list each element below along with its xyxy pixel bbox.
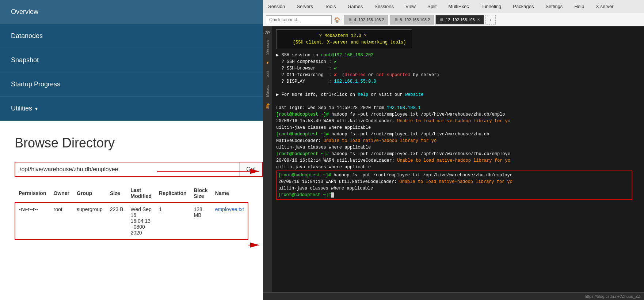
welcome-line-2: (SSH client, X-server and networking too…: [282, 39, 406, 46]
side-panel: ≫ Sessions ★ Tools Macros Sftp: [263, 26, 272, 292]
term-line: [root@hadooptest ~]# hadoop fs -put /roo…: [276, 111, 640, 118]
sftp-side-item[interactable]: Sftp: [265, 101, 270, 111]
term-line: [root@hadooptest ~]# hadoop fs -put /roo…: [276, 131, 640, 138]
term-line: [root@hadooptest ~]#: [278, 192, 630, 198]
menu-multiexec[interactable]: MultiExec: [446, 2, 471, 11]
right-panel: Session Servers Tools Games Sessions Vie…: [263, 0, 644, 300]
term-line: NativeCodeLoader: Unable to load native-…: [276, 138, 640, 144]
cell-block-size: 128MB: [190, 202, 212, 240]
sidebar-item-utilities[interactable]: Utilities ▾: [0, 97, 263, 121]
cell-last-modified: Wed Sep 16 16:04:13 +0800 2020: [127, 202, 155, 240]
term-line: ? SSH compression : ✔: [276, 59, 640, 65]
table-row: -rw-r--r-- root supergroup 223 B Wed Sep…: [15, 202, 248, 240]
term-line: ▶ For more info, ctrl+click on help or v…: [276, 91, 640, 98]
term-line: 20/09/16 15:58:49 WARN util.NativeCodeLo…: [276, 118, 640, 124]
term-line: ? X11-forwarding : ✘ (disabled or not su…: [276, 72, 640, 78]
cell-replication: 1: [155, 202, 190, 240]
sidebar-item-startup-progress[interactable]: Startup Progress: [0, 72, 263, 97]
welcome-line-1: ? MobaXterm 12.3 ?: [282, 33, 406, 39]
sidebar-item-overview[interactable]: Overview: [0, 0, 263, 24]
file-link[interactable]: employee.txt: [215, 206, 244, 212]
terminal-area[interactable]: ? MobaXterm 12.3 ? (SSH client, X-server…: [272, 26, 644, 292]
tab-1[interactable]: 🖥 4. 192.168.198.2: [344, 15, 388, 25]
welcome-box: ? MobaXterm 12.3 ? (SSH client, X-server…: [276, 29, 412, 49]
sidebar: Overview Datanodes Snapshot Startup Prog…: [0, 0, 263, 121]
term-line: [276, 98, 640, 105]
menu-bar: Session Servers Tools Games Sessions Vie…: [263, 0, 644, 13]
close-icon[interactable]: ✕: [477, 18, 480, 22]
collapse-icon[interactable]: ≫: [264, 29, 271, 35]
go-button[interactable]: Go!: [239, 162, 262, 176]
sidebar-item-snapshot[interactable]: Snapshot: [0, 48, 263, 72]
menu-split[interactable]: Split: [425, 2, 439, 11]
col-name: Name: [212, 184, 248, 202]
sidebar-item-datanodes[interactable]: Datanodes: [0, 24, 263, 48]
tab-2[interactable]: 🖥 8. 192.168.198.2: [390, 15, 434, 25]
bottom-bar: https://blog.csdn.net/Zhuuu_ZZ: [263, 292, 644, 300]
tab-icon: 🖥: [439, 18, 443, 22]
term-line: [root@hadooptest ~]# hadoop fs -put /roo…: [276, 151, 640, 157]
home-icon[interactable]: 🏠: [334, 17, 340, 23]
cell-permission: -rw-r--r--: [15, 202, 50, 240]
terminal-highlight-box: [root@hadooptest ~]# hadoop fs -put /roo…: [276, 170, 632, 200]
menu-servers[interactable]: Servers: [294, 2, 315, 11]
tab-label: 8. 192.168.198.2: [400, 18, 430, 22]
tools-side-item[interactable]: Tools: [265, 69, 270, 80]
cell-name: employee.txt: [212, 202, 248, 240]
menu-xserver[interactable]: X server: [594, 2, 616, 11]
path-input[interactable]: [15, 162, 239, 176]
term-line: Last login: Wed Sep 16 14:59:28 2020 fro…: [276, 105, 640, 111]
tab-label: 4. 192.168.198.2: [354, 18, 384, 22]
left-panel: Overview Datanodes Snapshot Startup Prog…: [0, 0, 263, 300]
menu-tools[interactable]: Tools: [323, 2, 338, 11]
term-line: uiltin-java classes where applicable: [278, 185, 630, 192]
col-owner: Owner: [50, 184, 73, 202]
new-tab-button[interactable]: +: [485, 15, 496, 25]
col-size: Size: [106, 184, 127, 202]
menu-packages[interactable]: Packages: [511, 2, 536, 11]
menu-help[interactable]: Help: [572, 2, 586, 11]
sessions-side-item[interactable]: Sessions: [265, 38, 270, 56]
term-line: uiltin-java classes where applicable: [276, 164, 640, 170]
term-line: ▶ SSH session to root@192.168.198.202: [276, 52, 640, 59]
file-table: Permission Owner Group Size Last Modifie…: [15, 184, 248, 240]
menu-sessions[interactable]: Sessions: [372, 2, 396, 11]
term-line: 20/09/16 16:02:14 WARN util.NativeCodeLo…: [276, 157, 640, 164]
bottom-url: https://blog.csdn.net/Zhuuu_ZZ: [585, 294, 640, 299]
chevron-down-icon: ▾: [35, 106, 38, 112]
col-permission: Permission: [15, 184, 50, 202]
macros-side-item[interactable]: Macros: [265, 83, 270, 98]
cell-group: supergroup: [73, 202, 106, 240]
menu-settings[interactable]: Settings: [543, 2, 565, 11]
menu-view[interactable]: View: [403, 2, 418, 11]
cell-size: 223 B: [106, 202, 127, 240]
term-line: ? DISPLAY : 192.168.1.55:0.0: [276, 78, 640, 85]
content-wrapper: Browse Directory Go! Permission Owner Gr…: [0, 121, 263, 300]
term-line: [276, 85, 640, 91]
col-last-modified: Last Modified: [127, 184, 155, 202]
tab-3[interactable]: 🖥 12. 192.168.198 ✕: [435, 15, 484, 25]
tab-icon: 🖥: [394, 18, 398, 22]
toolbar: 🏠 🖥 4. 192.168.198.2 🖥 8. 192.168.198.2 …: [263, 13, 644, 26]
col-block-size: Block Size: [190, 184, 212, 202]
cursor: [331, 192, 334, 198]
menu-tunneling[interactable]: Tunneling: [479, 2, 504, 11]
menu-session[interactable]: Session: [266, 2, 287, 11]
content-area: Browse Directory Go! Permission Owner Gr…: [0, 121, 263, 300]
term-line: [root@hadooptest ~]# hadoop fs -put /roo…: [278, 172, 630, 179]
quick-connect-input[interactable]: [266, 15, 332, 24]
starred-icon[interactable]: ★: [265, 59, 270, 66]
menu-games[interactable]: Games: [345, 2, 365, 11]
page-title: Browse Directory: [15, 135, 248, 151]
tab-label: 12. 192.168.198: [446, 18, 475, 22]
term-line: ? SSH-browser : ✔: [276, 65, 640, 72]
term-line: uiltin-java classes where applicable: [276, 144, 640, 151]
cell-owner: root: [50, 202, 73, 240]
tab-icon: 🖥: [348, 18, 352, 22]
tab-bar: 🖥 4. 192.168.198.2 🖥 8. 192.168.198.2 🖥 …: [342, 13, 641, 26]
path-row: Go!: [15, 162, 263, 177]
col-replication: Replication: [155, 184, 190, 202]
term-line: uiltin-java classes where applicable: [276, 124, 640, 131]
col-group: Group: [73, 184, 106, 202]
term-line: 20/09/16 16:04:13 WARN util.NativeCodeLo…: [278, 179, 630, 185]
